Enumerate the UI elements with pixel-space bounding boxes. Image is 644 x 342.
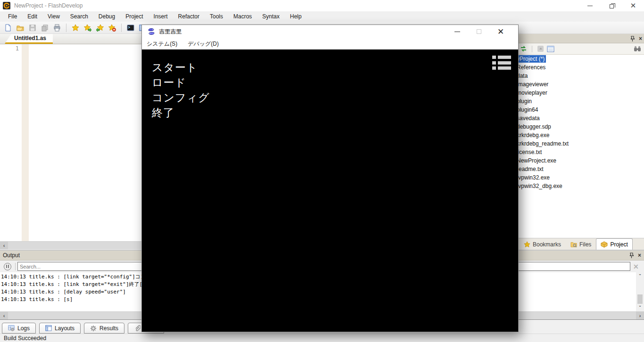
- pin-icon[interactable]: [630, 36, 635, 41]
- tree-item-newproject-exe[interactable]: NewProject.exe: [518, 156, 644, 165]
- search-clear-icon[interactable]: ✕: [633, 263, 639, 270]
- flashdevelop-logo-icon: [3, 2, 10, 9]
- tab-bookmarks[interactable]: Bookmarks: [519, 239, 566, 250]
- app-titlebar: NewProject - FlashDevelop ✕: [0, 0, 644, 11]
- tree-item-plugin[interactable]: plugin: [518, 97, 644, 106]
- scrollbar-thumb[interactable]: [637, 294, 643, 304]
- game-menu-system[interactable]: システム(S): [147, 40, 177, 48]
- menu-tools[interactable]: Tools: [205, 12, 228, 21]
- line-number: 1: [16, 45, 19, 52]
- tree-item-tvpwin32-exe[interactable]: tvpwin32.exe: [518, 173, 644, 182]
- project-box-icon: [601, 241, 608, 248]
- main-menubar: File Edit View Search Debug Project Inse…: [0, 11, 644, 22]
- find-in-project-icon[interactable]: [634, 46, 641, 52]
- output-pin-icon[interactable]: [629, 252, 634, 258]
- game-window-controls: ✕: [446, 25, 512, 38]
- close-button[interactable]: ✕: [622, 0, 644, 11]
- save-icon-disabled[interactable]: [27, 23, 38, 33]
- project-panel-toolbar: [518, 43, 644, 55]
- game-menubar: システム(S) デバッグ(D): [142, 38, 518, 49]
- menu-syntax[interactable]: Syntax: [257, 12, 285, 21]
- game-maximize-button-disabled[interactable]: [468, 25, 490, 38]
- game-link-start[interactable]: スタート: [152, 60, 210, 75]
- tree-item-project-root[interactable]: NewProject (*): [518, 55, 644, 63]
- message-history-icon[interactable]: [492, 56, 511, 70]
- game-link-exit[interactable]: 終了: [152, 105, 210, 120]
- tree-item-tvpwin32-dbg-exe[interactable]: tvpwin32_dbg.exe: [518, 182, 644, 190]
- document-tab-label: Untitled1.as: [14, 35, 46, 41]
- bookmarks-star-icon: [524, 241, 530, 248]
- line-number-gutter: 1: [0, 44, 22, 241]
- document-tab-untitled1[interactable]: Untitled1.as: [5, 34, 53, 44]
- scroll-down-icon[interactable]: ˇ: [636, 304, 644, 311]
- game-menu-debug[interactable]: デバッグ(D): [188, 40, 219, 48]
- tree-item-readme-txt[interactable]: readme.txt: [518, 165, 644, 173]
- panel-close-icon[interactable]: ×: [639, 36, 642, 41]
- tree-item-krkrdebg-exe[interactable]: krkrdebg.exe: [518, 131, 644, 139]
- project-properties-icon[interactable]: [547, 46, 554, 52]
- collapse-all-icon-disabled[interactable]: [537, 45, 544, 52]
- game-minimize-button[interactable]: [446, 25, 468, 38]
- print-icon[interactable]: [52, 23, 62, 33]
- tree-item-data[interactable]: data: [518, 72, 644, 80]
- scroll-left-icon[interactable]: ‹: [0, 312, 8, 319]
- menu-search[interactable]: Search: [65, 12, 93, 21]
- refresh-icon[interactable]: [520, 45, 527, 52]
- game-link-load[interactable]: ロード: [152, 75, 210, 90]
- menu-edit[interactable]: Edit: [22, 12, 42, 21]
- pause-output-icon[interactable]: [4, 263, 11, 270]
- menu-insert[interactable]: Insert: [149, 12, 173, 21]
- tab-results[interactable]: Results: [84, 323, 124, 334]
- tasks-paperclip-icon: [134, 325, 140, 332]
- statusbar: Build Succeeded: [0, 334, 644, 342]
- scroll-up-icon[interactable]: ˇ︎: [636, 272, 644, 280]
- clear-bookmarks-icon[interactable]: [107, 23, 117, 33]
- tab-project[interactable]: Project: [596, 238, 632, 250]
- game-title-menu: スタート ロード コンフィグ 終了: [152, 60, 210, 120]
- menu-macros[interactable]: Macros: [228, 12, 257, 21]
- tree-item-debugger-sdp[interactable]: debugger.sdp: [518, 122, 644, 131]
- tab-files[interactable]: Files: [566, 239, 596, 250]
- next-bookmark-icon[interactable]: [83, 23, 93, 33]
- console-icon[interactable]: [125, 23, 136, 33]
- game-window-title: 吉里吉里: [159, 28, 182, 36]
- menu-view[interactable]: View: [42, 12, 65, 21]
- game-screen[interactable]: スタート ロード コンフィグ 終了: [142, 49, 518, 332]
- game-close-button[interactable]: ✕: [490, 25, 512, 38]
- menu-debug[interactable]: Debug: [93, 12, 120, 21]
- bookmark-star-icon[interactable]: [70, 23, 81, 33]
- status-message: Build Succeeded: [4, 335, 46, 342]
- restore-button[interactable]: [601, 0, 622, 11]
- tree-item-plugin64[interactable]: plugin64: [518, 106, 644, 114]
- menu-help[interactable]: Help: [285, 12, 307, 21]
- tree-item-movieplayer[interactable]: movieplayer: [518, 89, 644, 97]
- tree-item-license-txt[interactable]: license.txt: [518, 148, 644, 156]
- prev-bookmark-icon[interactable]: [95, 23, 105, 33]
- scroll-left-icon[interactable]: ‹: [0, 242, 8, 249]
- tab-layouts[interactable]: Layouts: [39, 323, 81, 334]
- scroll-right-icon[interactable]: ›: [636, 312, 644, 319]
- files-folder-icon: [570, 242, 577, 247]
- tree-item-krkrdebg-readme-txt[interactable]: krkrdebg_readme.txt: [518, 139, 644, 148]
- game-link-config[interactable]: コンフィグ: [152, 90, 210, 105]
- side-panel-tabs: Bookmarks Files Project: [518, 238, 644, 250]
- new-file-icon[interactable]: [3, 23, 13, 33]
- logs-icon: [8, 325, 15, 331]
- tree-item-imageviewer[interactable]: imageviewer: [518, 80, 644, 89]
- project-tree: NewProject (*) References data imageview…: [518, 55, 644, 238]
- save-all-icon-disabled[interactable]: [40, 23, 50, 33]
- output-panel-title: Output: [3, 252, 20, 259]
- game-window-titlebar[interactable]: 吉里吉里 ✕: [142, 25, 518, 38]
- tab-logs[interactable]: Logs: [2, 323, 36, 334]
- tree-item-savedata[interactable]: savedata: [518, 114, 644, 122]
- layouts-icon: [45, 325, 52, 331]
- tree-item-references[interactable]: References: [518, 63, 644, 72]
- menu-project[interactable]: Project: [120, 12, 148, 21]
- output-close-icon[interactable]: ×: [638, 252, 641, 258]
- menu-refactor[interactable]: Refactor: [173, 12, 205, 21]
- menu-file[interactable]: File: [3, 12, 22, 21]
- output-vertical-scrollbar[interactable]: ˇ︎ ˇ: [636, 272, 644, 311]
- open-folder-icon[interactable]: [15, 23, 25, 33]
- project-panel-header: ×: [518, 34, 644, 43]
- minimize-button[interactable]: [579, 0, 601, 11]
